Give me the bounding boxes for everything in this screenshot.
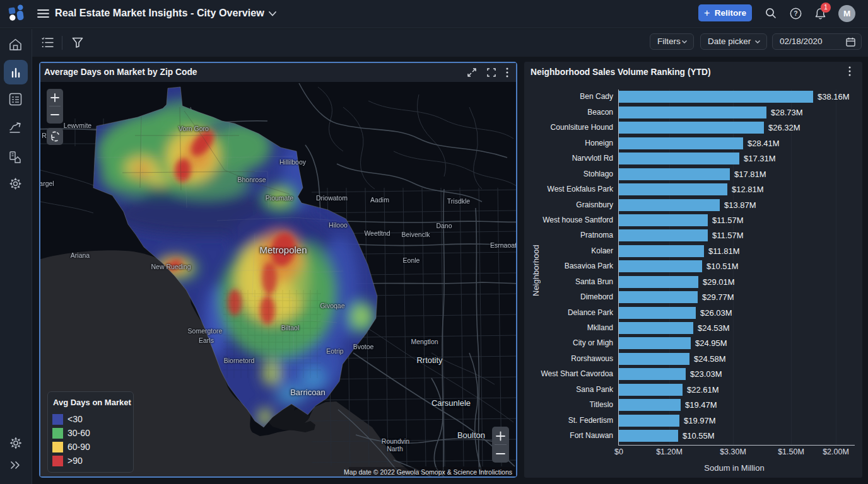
svg-text:?: ? xyxy=(794,9,797,17)
